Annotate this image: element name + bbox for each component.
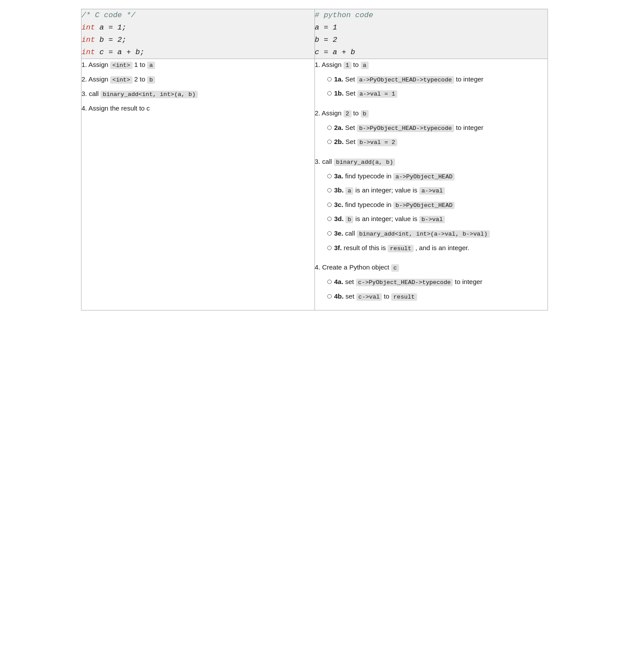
c-keyword-1: int [81,23,95,32]
python-sub-3f-bold: 3f. [334,244,342,251]
python-sub-3f: 3f. result of this is result , and is an… [327,242,548,254]
c-step-1-code2: a [147,62,155,69]
python-sub-2b-code: b->val = 2 [357,139,397,146]
bullet-3c [327,203,332,207]
bullet-1a [327,77,332,81]
python-group-3: 3. call binary_add(a, b) 3a. find typeco… [315,156,548,254]
python-step-4-code: c [391,264,399,272]
python-group-1: 1. Assign 1 to a 1a. Set a->PyObject_HEA… [315,59,548,100]
python-step-1-code2: a [361,62,369,69]
python-group-2-subs: 2a. Set b->PyObject_HEAD->typecode to in… [327,122,548,148]
python-step-2-mid: to [352,109,361,117]
python-sub-4a-text: set [343,278,355,285]
python-sub-2a-after: to integer [454,124,484,131]
python-sub-2b-bold: 2b. [334,138,344,145]
python-desc-cell: 1. Assign 1 to a 1a. Set a->PyObject_HEA… [314,59,548,310]
python-sub-4a: 4a. set c->PyObject_HEAD->typecode to in… [327,276,548,288]
bullet-2b [327,140,332,144]
c-rest-3: c = a + b; [95,48,144,56]
python-step-2-header: 2. Assign 2 to b [315,107,548,119]
c-step-2: 2. Assign <int> 2 to b [81,74,314,85]
c-keyword-3: int [81,48,95,56]
python-steps: 1. Assign 1 to a 1a. Set a->PyObject_HEA… [315,59,548,302]
python-sub-2a-text: Set [343,124,357,131]
python-sub-3a-code: a->PyObject_HEAD [393,173,455,181]
python-sub-4b-code1: c->val [356,293,382,301]
python-sub-2a-code: b->PyObject_HEAD->typecode [357,125,454,132]
python-step-1-code1: 1 [344,62,352,69]
python-sub-3e-text: call [343,229,357,237]
bullet-3a [327,174,332,178]
c-step-1-code1: <int> [110,62,133,69]
python-sub-3d: 3d. b is an integer; value is b->val [327,213,548,225]
python-step-1-before: 1. Assign [315,61,344,68]
main-table: /* C code */ int a = 1; int b = 2; int c… [81,9,548,310]
python-sub-4b-text1: set [344,292,356,300]
python-group-1-subs: 1a. Set a->PyObject_HEAD->typecode to in… [327,74,548,100]
c-step-4: 4. Assign the result to c [81,103,314,114]
python-sub-3a-text: find typecode in [343,172,393,180]
bullet-3f [327,246,332,250]
python-step-1-mid: to [352,61,361,68]
python-sub-3d-bold: 3d. [334,215,344,222]
bullet-3e [327,231,332,236]
c-desc-cell: 1. Assign <int> 1 to a 2. Assign <int> 2… [81,59,315,310]
c-step-3-code: binary_add<int, int>(a, b) [100,91,198,98]
python-sub-3c-text: find typecode in [343,201,393,208]
python-sub-3c: 3c. find typecode in b->PyObject_HEAD [327,199,548,211]
python-line-1-text: a = 1 [315,23,337,32]
python-sub-3e: 3e. call binary_add<int, int>(a->val, b-… [327,228,548,240]
python-sub-3d-text2: is an integer; value is [353,215,419,222]
python-line-2-text: b = 2 [315,36,337,44]
python-sub-1a-text: Set [343,75,357,83]
python-sub-3a: 3a. find typecode in a->PyObject_HEAD [327,170,548,182]
c-step-2-mid: 2 to [133,75,147,83]
python-step-2-before: 2. Assign [315,109,344,117]
python-sub-4a-after: to integer [453,278,482,285]
bullet-3d [327,217,332,221]
python-comment-text: # python code [315,11,374,19]
python-sub-2b: 2b. Set b->val = 2 [327,136,548,148]
python-step-3-code: binary_add(a, b) [334,159,396,166]
c-keyword-2: int [81,36,95,44]
python-group-4: 4. Create a Python object c 4a. set c->P… [315,262,548,302]
python-step-4-header: 4. Create a Python object c [315,262,548,273]
python-sub-2a-bold: 2a. [334,124,344,131]
c-step-1-mid: 1 to [133,61,147,68]
python-comment: # python code [315,9,548,22]
c-rest-1: a = 1; [95,23,126,32]
python-group-3-subs: 3a. find typecode in a->PyObject_HEAD 3b… [327,170,548,254]
python-sub-3b-code1: a [345,187,353,195]
bullet-1b [327,91,332,96]
python-sub-4b: 4b. set c->val to result [327,291,548,303]
c-step-1-num: 1. Assign [81,61,110,68]
c-comment: /* C code */ [81,9,314,22]
python-sub-1a-after: to integer [454,75,484,83]
python-sub-3d-code2: b->val [419,216,445,223]
python-step-3-before: 3. call [315,158,334,165]
python-sub-1a-bold: 1a. [334,75,344,83]
c-code-cell: /* C code */ int a = 1; int b = 2; int c… [81,9,315,59]
python-sub-4b-bold: 4b. [334,292,344,300]
python-sub-3b-code2: a->val [419,187,445,195]
python-step-2-code1: 2 [344,110,352,118]
python-sub-3b: 3b. a is an integer; value is a->val [327,185,548,196]
c-step-2-num: 2. Assign [81,75,110,83]
python-step-4-before: 4. Create a Python object [315,263,391,271]
python-sub-3d-code1: b [345,216,353,223]
python-sub-1b-bold: 1b. [334,89,344,97]
python-sub-2a: 2a. Set b->PyObject_HEAD->typecode to in… [327,122,548,134]
c-step-1: 1. Assign <int> 1 to a [81,59,314,71]
python-sub-2b-text: Set [344,138,357,145]
python-step-3-header: 3. call binary_add(a, b) [315,156,548,168]
python-group-4-subs: 4a. set c->PyObject_HEAD->typecode to in… [327,276,548,302]
python-step-2-code2: b [361,110,369,118]
c-code-block: /* C code */ int a = 1; int b = 2; int c… [81,9,314,59]
python-sub-3a-bold: 3a. [334,172,344,180]
python-line-3: c = a + b [315,46,548,59]
bullet-4b [327,294,332,299]
python-sub-3c-bold: 3c. [334,201,344,208]
c-line-2: int b = 2; [81,34,314,46]
c-comment-text: /* C code */ [81,11,135,19]
python-sub-3f-code: result [388,245,414,252]
